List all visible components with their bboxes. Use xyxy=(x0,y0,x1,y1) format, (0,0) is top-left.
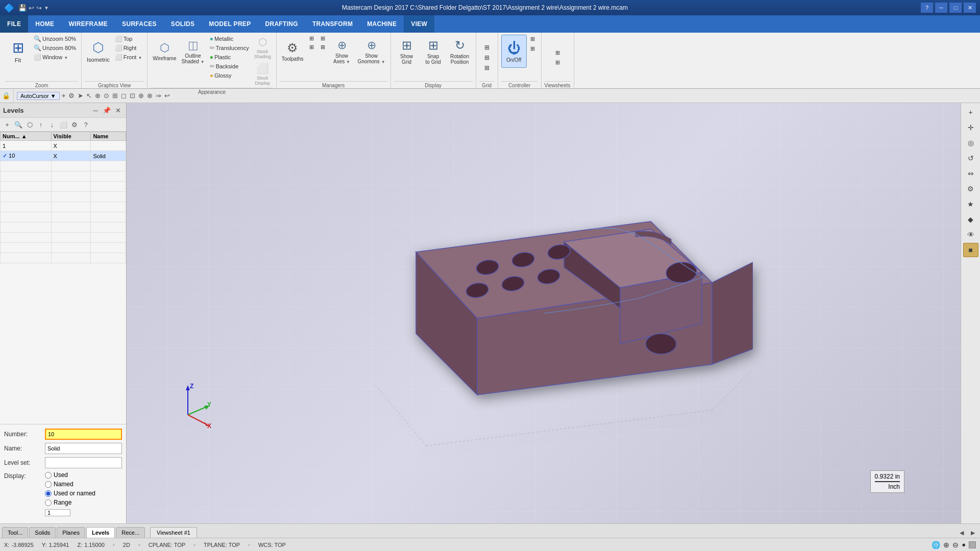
right-btn-crosshair[interactable]: ✛ xyxy=(963,120,978,135)
level-help-btn[interactable]: ? xyxy=(81,119,91,130)
quick-access-dropdown[interactable]: ▼ xyxy=(44,5,49,11)
level-copy-btn[interactable]: ⬜ xyxy=(58,119,68,130)
toolbar2-btn8[interactable]: ◻ xyxy=(121,92,127,99)
status-zoom-in-icon[interactable]: ⊕ xyxy=(943,541,949,549)
ribbon-btn-snap-to-grid[interactable]: ⊞ Snapto Grid xyxy=(421,35,446,68)
level-row-1[interactable]: 1 X xyxy=(1,141,126,151)
menu-drafting[interactable]: DRAFTING xyxy=(258,15,305,33)
right-btn-plus[interactable]: + xyxy=(963,105,978,119)
radio-range[interactable] xyxy=(45,499,52,506)
level-up-btn[interactable]: ↑ xyxy=(36,119,46,130)
panel-pin-btn[interactable]: 📌 xyxy=(102,105,112,115)
right-btn-star[interactable]: ★ xyxy=(963,197,978,211)
ribbon-btn-outline-shaded[interactable]: ◫ OutlineShaded ▼ xyxy=(179,35,206,68)
level-set-input[interactable] xyxy=(45,457,122,468)
ribbon-btn-window[interactable]: ⬜ Window ▼ xyxy=(32,53,78,61)
ribbon-btn-front[interactable]: ⬜ Front ▼ xyxy=(113,53,144,61)
right-btn-target[interactable]: ◎ xyxy=(963,136,978,150)
quick-access-redo[interactable]: ↪ xyxy=(36,4,42,12)
number-input[interactable] xyxy=(45,429,122,440)
toolbar2-btn13[interactable]: ↩ xyxy=(164,92,170,99)
maximize-btn[interactable]: □ xyxy=(949,3,962,13)
ribbon-btn-metallic[interactable]: ● Metallic xyxy=(208,35,251,43)
ribbon-btn-grid-opts2[interactable]: ⊞ xyxy=(479,53,495,62)
ribbon-btn-show-gnomons[interactable]: ⊕ ShowGnomons ▼ xyxy=(356,35,387,68)
ribbon-btn-fit[interactable]: ⊞ Fit xyxy=(5,35,31,68)
panel-close-btn[interactable]: ✕ xyxy=(113,105,123,115)
ribbon-btn-unzoom80[interactable]: 🔍 Unzoom 80% xyxy=(32,44,78,52)
add-level-btn[interactable]: + xyxy=(2,119,12,130)
status-globe-icon[interactable]: 🌐 xyxy=(932,541,940,549)
ribbon-btn-stock-shading[interactable]: ⬡ StockShading xyxy=(252,35,273,60)
right-btn-refresh[interactable]: ↺ xyxy=(963,151,978,165)
toolbar2-btn11[interactable]: ⊗ xyxy=(147,92,153,99)
toolbar2-btn7[interactable]: ⊞ xyxy=(112,92,118,99)
menu-wireframe[interactable]: WIREFRAME xyxy=(61,15,115,33)
toolbar2-cursor[interactable]: AutoCursor ▼ xyxy=(17,92,60,100)
ribbon-btn-right[interactable]: ⬜ Right xyxy=(113,44,144,52)
ribbon-btn-vs2[interactable]: ⊞ xyxy=(547,58,568,67)
toolbar2-btn2[interactable]: ⚙ xyxy=(68,92,75,99)
right-btn-diamond[interactable]: ◆ xyxy=(963,212,978,227)
ribbon-btn-managers-grid3[interactable]: ⊞ xyxy=(307,43,317,51)
radio-used-or-named[interactable] xyxy=(45,490,52,497)
menu-solids[interactable]: SOLIDS xyxy=(164,15,202,33)
layers-btn[interactable]: ⬡ xyxy=(24,119,35,130)
ribbon-btn-toolpaths[interactable]: ⚙ Toolpaths xyxy=(280,35,306,68)
ribbon-btn-show-grid[interactable]: ⊞ ShowGrid xyxy=(394,35,420,68)
ribbon-btn-on-off[interactable]: ⏻ On/Off xyxy=(501,35,527,68)
ribbon-btn-unzoom50[interactable]: 🔍 Unzoom 50% xyxy=(32,35,78,43)
tab-solids[interactable]: Solids xyxy=(29,527,56,538)
ribbon-btn-isometric[interactable]: ⬡ Isometric xyxy=(85,35,112,68)
ribbon-btn-grid-opts1[interactable]: ⊞ xyxy=(479,43,495,52)
tab-scroll-right[interactable]: ▶ xyxy=(968,528,978,538)
right-btn-link[interactable]: ⇔ xyxy=(963,166,978,181)
toolbar2-btn12[interactable]: ⇒ xyxy=(156,92,161,99)
name-input[interactable] xyxy=(45,443,122,454)
ribbon-btn-grid-opts3[interactable]: ⊞ xyxy=(479,63,495,72)
toolbar2-btn6[interactable]: ⊙ xyxy=(104,92,109,99)
tab-planes[interactable]: Planes xyxy=(57,527,85,538)
panel-toggle-btn[interactable]: ─ xyxy=(90,105,101,115)
quick-access-undo[interactable]: ↩ xyxy=(29,4,34,12)
menu-file[interactable]: FILE xyxy=(0,15,28,33)
ribbon-btn-ctrl-grid2[interactable]: ⊞ xyxy=(528,44,538,53)
menu-machine[interactable]: MACHINE xyxy=(360,15,404,33)
toolbar2-btn9[interactable]: ⊡ xyxy=(130,92,135,99)
right-btn-eye[interactable]: 👁 xyxy=(963,228,978,242)
viewport[interactable]: Z Y X 0.9322 in Inch xyxy=(127,103,961,523)
level-settings-btn[interactable]: ⚙ xyxy=(69,119,80,130)
tab-levels[interactable]: Levels xyxy=(86,527,115,538)
ribbon-btn-backside[interactable]: ✏ Backside xyxy=(208,62,251,70)
ribbon-btn-top[interactable]: ⬜ Top xyxy=(113,35,144,43)
ribbon-btn-rotation-position[interactable]: ↻ RotationPosition xyxy=(447,35,473,68)
ribbon-btn-vs1[interactable]: ⊞ xyxy=(547,48,568,57)
ribbon-btn-stock-display[interactable]: ⬜ StockDisplay xyxy=(252,61,273,87)
tab-scroll-left[interactable]: ◀ xyxy=(957,528,967,538)
ribbon-btn-glossy[interactable]: ● Glossy xyxy=(208,71,251,80)
ribbon-btn-wireframe[interactable]: ⬡ Wireframe xyxy=(151,35,178,68)
right-btn-settings[interactable]: ⚙ xyxy=(963,182,978,196)
tab-tool[interactable]: Tool... xyxy=(2,527,28,538)
ribbon-btn-plastic[interactable]: ● Plastic xyxy=(208,53,251,61)
right-btn-highlight[interactable]: ■ xyxy=(963,243,978,257)
toolbar2-btn5[interactable]: ⊕ xyxy=(95,92,101,99)
menu-transform[interactable]: TRANSFORM xyxy=(305,15,360,33)
viewsheet-tab[interactable]: Viewsheet #1 xyxy=(150,527,197,538)
quick-access-save[interactable]: 💾 xyxy=(18,4,27,12)
search-level-btn[interactable]: 🔍 xyxy=(13,119,23,130)
level-row-10[interactable]: ✓ 10 X Solid xyxy=(1,151,126,161)
ribbon-btn-managers-grid4[interactable]: ⊞ xyxy=(318,43,328,51)
radio-named[interactable] xyxy=(45,481,52,488)
status-zoom-out-icon[interactable]: ⊖ xyxy=(952,541,959,549)
ribbon-btn-translucency[interactable]: ✏ Translucency xyxy=(208,44,251,52)
menu-model-prep[interactable]: MODEL PREP xyxy=(202,15,258,33)
toolbar2-btn4[interactable]: ↖ xyxy=(86,92,92,99)
toolbar2-btn3[interactable]: ➤ xyxy=(78,92,83,99)
minimize-btn[interactable]: ─ xyxy=(935,3,947,13)
toolbar2-btn1[interactable]: ⌖ xyxy=(62,92,65,100)
ribbon-btn-managers-grid1[interactable]: ⊞ xyxy=(307,35,317,42)
tab-rece[interactable]: Rece... xyxy=(116,527,145,538)
close-btn[interactable]: ✕ xyxy=(964,3,976,13)
menu-view[interactable]: VIEW xyxy=(404,15,434,33)
